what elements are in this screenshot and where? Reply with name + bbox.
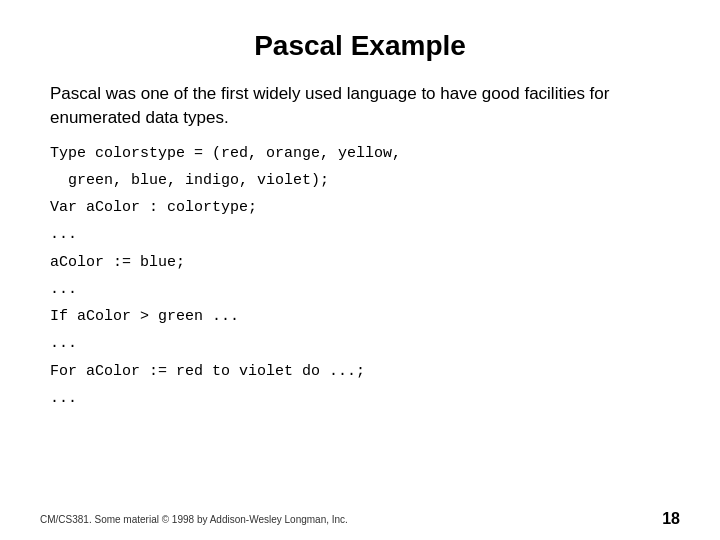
slide-footer: CM/CS381. Some material © 1998 by Addiso…: [40, 510, 680, 528]
footer-copyright: CM/CS381. Some material © 1998 by Addiso…: [40, 514, 348, 525]
code-line: ...: [50, 278, 670, 301]
code-line: ...: [50, 223, 670, 246]
code-line: ...: [50, 332, 670, 355]
code-line: Var aColor : colortype;: [50, 196, 670, 219]
code-line: green, blue, indigo, violet);: [50, 169, 670, 192]
code-line: ...: [50, 387, 670, 410]
code-line: For aColor := red to violet do ...;: [50, 360, 670, 383]
slide-title: Pascal Example: [50, 30, 670, 62]
code-section: Type colorstype = (red, orange, yellow, …: [50, 142, 670, 415]
code-line: aColor := blue;: [50, 251, 670, 274]
prose-paragraph: Pascal was one of the first widely used …: [50, 82, 670, 130]
slide-container: Pascal Example Pascal was one of the fir…: [0, 0, 720, 540]
code-line: If aColor > green ...: [50, 305, 670, 328]
footer-page-number: 18: [662, 510, 680, 528]
code-line: Type colorstype = (red, orange, yellow,: [50, 142, 670, 165]
